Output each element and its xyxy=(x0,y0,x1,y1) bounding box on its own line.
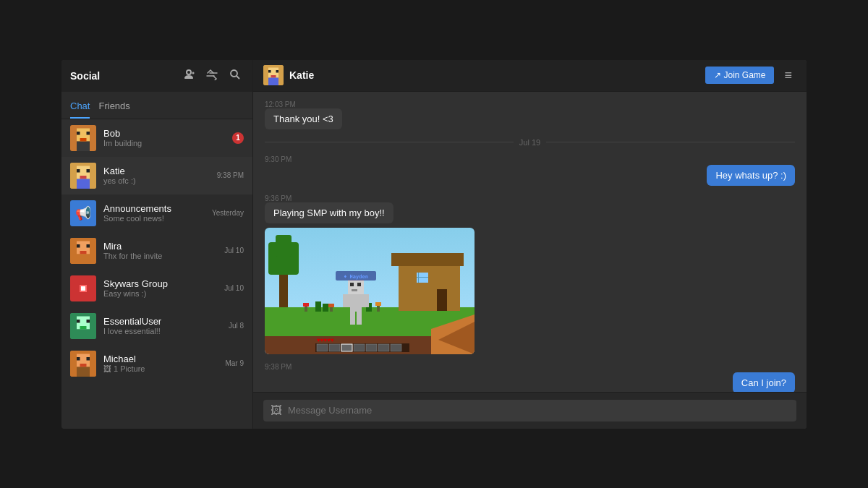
svg-rect-61 xyxy=(330,307,333,312)
chat-list: Bob Im building 1 xyxy=(61,119,252,429)
chat-preview: I love essential!! xyxy=(103,327,229,335)
add-friend-button[interactable] xyxy=(180,67,197,85)
divider-line xyxy=(265,142,514,142)
app-container: Social xyxy=(61,60,807,429)
list-item[interactable]: Skywars Group Easy wins :) Jul 10 xyxy=(61,270,252,307)
svg-rect-39 xyxy=(278,68,281,76)
svg-rect-23 xyxy=(81,286,85,291)
chat-info: Announcements Some cool news! xyxy=(103,203,212,223)
unread-badge: 1 xyxy=(232,132,244,144)
list-item[interactable]: 📢 Announcements Some cool news! Yesterda… xyxy=(61,194,252,232)
message-bubble: Playing SMP with my boy!! xyxy=(265,202,393,223)
svg-rect-11 xyxy=(77,169,80,173)
search-button[interactable] xyxy=(226,67,244,85)
chat-menu-button[interactable]: ≡ xyxy=(780,67,796,85)
svg-rect-79 xyxy=(317,344,328,351)
svg-rect-57 xyxy=(323,304,328,312)
svg-rect-42 xyxy=(271,75,276,78)
svg-text:♦ Hayden: ♦ Hayden xyxy=(344,274,368,280)
join-game-button[interactable]: ↗ Join Game xyxy=(705,67,774,84)
svg-rect-9 xyxy=(74,166,77,176)
chat-name: Skywars Group xyxy=(103,278,224,289)
chat-info: Katie yes ofc :) xyxy=(103,166,217,185)
svg-rect-51 xyxy=(391,253,464,266)
chat-preview: Easy wins :) xyxy=(103,289,224,298)
message-time: 9:36 PM xyxy=(265,194,292,202)
list-item[interactable]: Bob Im building 1 xyxy=(61,119,252,157)
main-chat: Katie ↗ Join Game ≡ 12:03 PM Thank you! … xyxy=(253,60,807,429)
chat-name: Announcements xyxy=(103,203,212,214)
svg-rect-26 xyxy=(77,320,80,323)
avatar xyxy=(70,351,96,377)
svg-rect-17 xyxy=(77,244,80,248)
svg-rect-12 xyxy=(87,169,90,173)
svg-rect-33 xyxy=(87,357,90,361)
svg-rect-41 xyxy=(276,70,279,73)
svg-rect-3 xyxy=(77,141,90,151)
list-item[interactable]: Katie yes ofc :) 9:38 PM xyxy=(61,157,252,194)
svg-rect-71 xyxy=(362,294,369,307)
chat-input-area: 🖼 xyxy=(253,392,807,429)
chat-preview: Some cool news! xyxy=(103,214,212,223)
avatar xyxy=(70,275,96,301)
message-row: 9:30 PM Hey whats up? :) xyxy=(265,155,795,186)
list-item[interactable]: Michael 🖼 1 Picture Mar 9 xyxy=(61,345,252,382)
avatar xyxy=(70,313,96,339)
message-bubble: Can I join? xyxy=(733,372,795,392)
svg-rect-56 xyxy=(315,301,321,312)
svg-rect-81 xyxy=(341,344,352,351)
chat-name: Katie xyxy=(103,166,217,176)
chat-info: Skywars Group Easy wins :) xyxy=(103,278,224,298)
chat-name: Bob xyxy=(103,128,232,139)
chat-time: Mar 9 xyxy=(225,359,244,367)
transfer-button[interactable] xyxy=(203,67,221,85)
chat-info: EssentialUser I love essential!! xyxy=(103,316,229,335)
divider-label: Jul 19 xyxy=(519,138,540,147)
svg-rect-32 xyxy=(77,357,80,361)
chat-time: 9:38 PM xyxy=(217,171,244,179)
list-item[interactable]: Mira Thx for the invite Jul 10 xyxy=(61,232,252,270)
message-time: 9:30 PM xyxy=(265,155,292,163)
svg-rect-5 xyxy=(87,132,90,135)
svg-rect-60 xyxy=(303,303,309,307)
svg-rect-50 xyxy=(399,260,460,311)
chat-preview: 🖼 1 Picture xyxy=(103,364,225,373)
tab-friends[interactable]: Friends xyxy=(98,98,129,119)
svg-rect-19 xyxy=(80,251,87,254)
svg-rect-66 xyxy=(350,283,354,286)
message-bubble: Thank you! <3 xyxy=(265,108,342,129)
avatar xyxy=(70,163,96,189)
chat-time: Yesterday xyxy=(212,209,244,217)
attach-image-icon[interactable]: 🖼 xyxy=(271,404,282,417)
sidebar-icon-group xyxy=(180,67,244,85)
message-row: 9:36 PM Playing SMP with my boy!! xyxy=(265,194,795,354)
message-row: 9:38 PM Can I join? xyxy=(265,363,795,392)
chat-meta: Jul 8 xyxy=(229,322,244,330)
chat-input-row: 🖼 xyxy=(263,400,796,421)
divider-line xyxy=(546,142,795,142)
svg-rect-54 xyxy=(417,277,428,278)
svg-rect-80 xyxy=(329,344,340,351)
svg-rect-67 xyxy=(357,283,361,286)
svg-rect-55 xyxy=(437,289,447,311)
message-row: 12:03 PM Thank you! <3 xyxy=(265,100,795,129)
chat-preview: Thx for the invite xyxy=(103,252,224,260)
message-input[interactable] xyxy=(288,405,789,416)
svg-rect-84 xyxy=(378,344,389,351)
chat-meta: Jul 10 xyxy=(224,284,244,292)
list-item[interactable]: EssentialUser I love essential!! Jul 8 xyxy=(61,307,252,345)
svg-rect-14 xyxy=(77,179,90,189)
svg-rect-68 xyxy=(352,289,357,291)
svg-rect-13 xyxy=(80,176,87,179)
svg-rect-6 xyxy=(80,138,87,142)
chat-header-name: Katie xyxy=(289,69,705,81)
chat-info: Mira Thx for the invite xyxy=(103,241,224,260)
tab-chat[interactable]: Chat xyxy=(70,98,90,119)
message-time: 9:38 PM xyxy=(265,363,292,371)
avatar: 📢 xyxy=(70,200,96,226)
svg-rect-59 xyxy=(305,306,307,312)
svg-rect-65 xyxy=(348,280,364,294)
chat-meta: Jul 10 xyxy=(224,247,244,254)
svg-rect-18 xyxy=(87,244,90,248)
chat-name: EssentialUser xyxy=(103,316,229,327)
